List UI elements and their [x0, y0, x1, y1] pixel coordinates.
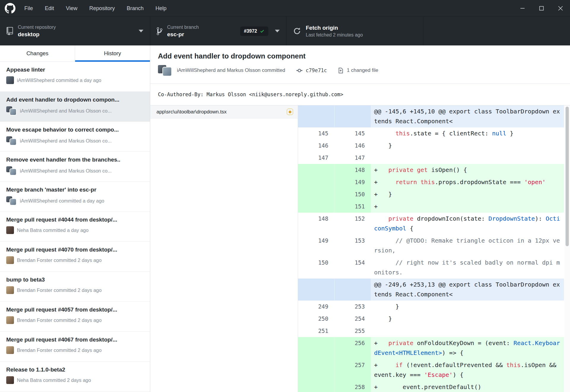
code-token: [381, 259, 395, 266]
old-line-number: 150: [298, 257, 335, 279]
old-line-number: [298, 105, 335, 127]
commit-meta: Neha Batra committed a day ago: [6, 226, 145, 234]
commit-row[interactable]: Release to 1.1.0-beta2Neha Batra committ…: [0, 362, 150, 392]
old-line-number: [298, 359, 335, 381]
maximize-button[interactable]: [532, 0, 551, 16]
avatar: [6, 226, 14, 234]
commit-meta: iAmWillShepherd and Markus Olsson co...: [6, 106, 145, 115]
code-token: [381, 339, 388, 347]
tab-changes[interactable]: Changes: [0, 45, 75, 61]
diff-code: [371, 325, 564, 337]
minimize-button[interactable]: [513, 0, 532, 16]
file-diff-icon: [338, 67, 344, 74]
commit-row[interactable]: Appease linteriAmWillShepherd committed …: [0, 62, 150, 92]
diff-code: + event.preventDefault(): [371, 381, 564, 392]
menu-view[interactable]: View: [60, 0, 83, 17]
new-line-number: [335, 279, 371, 301]
commit-title: Appease linter: [6, 67, 145, 73]
commit-row[interactable]: Add event handler to dropdown compon...i…: [0, 92, 150, 122]
diff-sign: [374, 259, 381, 266]
commit-title: Merge pull request #4057 from desktop/..…: [6, 306, 145, 313]
chevron-down-icon: [275, 30, 280, 32]
current-repository-button[interactable]: Current repository desktop: [0, 17, 150, 45]
commit-meta-text: iAmWillShepherd and Markus Olsson co...: [20, 138, 112, 144]
avatar: [6, 196, 17, 205]
menu-edit[interactable]: Edit: [39, 0, 60, 17]
avatar: [6, 286, 14, 294]
repo-icon: [7, 27, 13, 35]
menu-file[interactable]: File: [18, 0, 39, 17]
avatar: [10, 169, 16, 175]
code-token: private: [388, 166, 413, 173]
tab-history[interactable]: History: [75, 45, 150, 61]
commit-description: Co-Authored-By: Markus Olsson <niik@user…: [150, 84, 570, 105]
new-line-number: 146: [335, 140, 371, 152]
avatar: [6, 256, 14, 264]
commit-title: Release to 1.1.0-beta2: [6, 366, 145, 373]
commit-row[interactable]: Move escape behavior to correct compo...…: [0, 122, 150, 152]
code-token: [381, 361, 395, 369]
code-token: [381, 130, 395, 137]
current-branch-button[interactable]: Current branch esc-pr #3972: [150, 17, 286, 45]
git-commit-icon: [296, 67, 303, 74]
commit-sha-group: c79e71c: [296, 67, 327, 74]
diff-sign: +: [374, 178, 381, 186]
file-row[interactable]: app\src\ui\toolbar\dropdown.tsx: [150, 105, 298, 118]
commit-row[interactable]: Merge branch 'master' into esc-priAmWill…: [0, 182, 150, 212]
commit-row[interactable]: Merge pull request #4070 from desktop/..…: [0, 242, 150, 272]
commit-byline: iAmWillShepherd and Markus Olsson commit…: [177, 67, 285, 73]
pr-number: #3972: [244, 29, 257, 34]
commit-meta-text: Brendan Forster committed 2 days ago: [17, 317, 102, 323]
code-token: event.preventDefault(): [381, 383, 481, 391]
old-line-number: 147: [298, 152, 335, 164]
old-line-number: [298, 188, 335, 200]
old-line-number: [298, 279, 335, 301]
code-token: .state = { clientRect:: [410, 130, 492, 137]
commit-meta: iAmWillShepherd committed a day ago: [6, 76, 145, 84]
commit-row[interactable]: Merge pull request #4044 from desktop/..…: [0, 212, 150, 242]
diff-code: + }: [371, 188, 564, 200]
diff-code: + private onFoldoutKeyDown = (event: Rea…: [371, 337, 564, 359]
hunk-text: @@ -145,6 +145,10 @@ export class Toolba…: [374, 108, 560, 125]
diff-code: }: [371, 140, 564, 152]
new-line-number: 257: [335, 359, 371, 381]
code-token: .props.dropdownState ===: [435, 178, 524, 186]
sidebar: ChangesHistory Appease linteriAmWillShep…: [0, 45, 150, 392]
avatar: [6, 376, 14, 384]
commit-title: Move escape behavior to correct compo...: [6, 127, 145, 133]
commit-meta: Neha Batra committed 2 days ago: [6, 376, 145, 384]
fetch-origin-subtitle: Last fetched 2 minutes ago: [306, 32, 363, 38]
diff-code: // @TODO: Remake triangle octicon in a 1…: [371, 235, 564, 257]
commit-sha: c79e71c: [306, 67, 327, 73]
menu-help[interactable]: Help: [150, 0, 172, 17]
commit-title: bump to beta3: [6, 276, 145, 283]
scrollbar-thumb[interactable]: [566, 107, 569, 246]
diff-line: 149+ return this.props.dropdownState ===…: [298, 176, 570, 188]
diff-hunk-header: @@ -145,6 +145,10 @@ export class Toolba…: [298, 105, 570, 127]
avatar: [158, 64, 173, 76]
commit-title-heading: Add event handler to dropdown component: [158, 52, 562, 60]
fetch-origin-button[interactable]: Fetch origin Last fetched 2 minutes ago: [286, 17, 423, 45]
commit-row[interactable]: bump to beta3Brendan Forster committed 2…: [0, 272, 150, 302]
commit-row[interactable]: Remove event handler from the branches..…: [0, 152, 150, 182]
commit-meta: iAmWillShepherd committed a day ago: [6, 196, 145, 205]
menu-repository[interactable]: Repository: [83, 0, 121, 17]
diff-sign: [374, 303, 381, 310]
code-token: }: [381, 191, 392, 198]
commit-meta-text: iAmWillShepherd and Markus Olsson co...: [20, 168, 112, 174]
menu-branch[interactable]: Branch: [121, 0, 150, 17]
diff-line: 151+: [298, 200, 570, 213]
commit-row[interactable]: Merge pull request #4057 from desktop/..…: [0, 302, 150, 332]
scrollbar: [564, 105, 570, 392]
modified-status-icon: [287, 109, 293, 115]
code-token: this: [395, 130, 410, 137]
old-line-number: 146: [298, 140, 335, 152]
diff-sign: [374, 315, 381, 322]
commit-row[interactable]: Merge pull request #4067 from desktop/..…: [0, 332, 150, 362]
code-token: [381, 237, 395, 244]
close-button[interactable]: [551, 0, 570, 16]
commit-meta: iAmWillShepherd and Markus Olsson commit…: [158, 64, 562, 76]
code-token: {: [406, 225, 413, 232]
new-line-number: 151: [335, 200, 371, 213]
diff-sign: +: [374, 166, 381, 173]
